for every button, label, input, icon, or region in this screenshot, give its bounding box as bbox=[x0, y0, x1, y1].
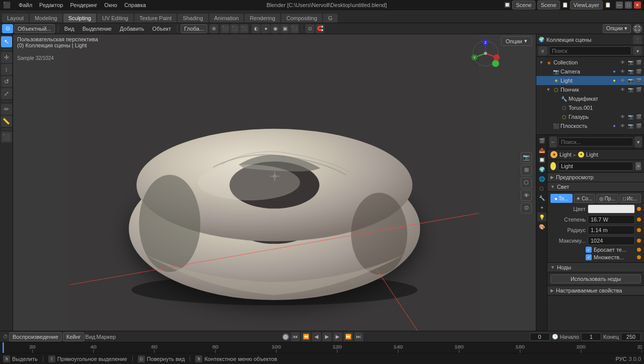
playback-next[interactable]: ⏩ bbox=[344, 332, 353, 341]
zoom-camera-btn[interactable]: 📷 bbox=[521, 152, 532, 163]
props-tab-modifier[interactable]: 🔧 bbox=[537, 193, 546, 202]
glazur-eye[interactable]: 👁 bbox=[619, 113, 626, 120]
add-menu[interactable]: Добавить bbox=[117, 24, 147, 33]
tree-ponchik[interactable]: ▼ ⬡ Пончик 👁 📷 🎬 bbox=[536, 85, 644, 94]
fullscreen-btn[interactable]: ⛶ bbox=[633, 24, 642, 33]
timeline-scrubber[interactable]: 20 40 60 80 100 120 140 160 180 200 220 bbox=[0, 342, 644, 353]
color-value[interactable] bbox=[588, 204, 635, 213]
playback-next-keyframe[interactable]: ▶ bbox=[333, 332, 342, 341]
viewport-overlays-btn[interactable]: 👁 bbox=[521, 190, 532, 201]
ploskost-type[interactable]: ● bbox=[611, 122, 618, 129]
overlay-btn-3[interactable]: ⬛ bbox=[239, 24, 249, 33]
tool-scale[interactable]: ⤢ bbox=[1, 88, 12, 99]
tool-select[interactable]: ↖ bbox=[1, 36, 12, 47]
tool-measure[interactable]: 📏 bbox=[1, 116, 12, 127]
tab-modeling[interactable]: Modeling bbox=[30, 14, 62, 23]
frame-end[interactable] bbox=[621, 333, 641, 341]
tool-rotate[interactable]: ↺ bbox=[1, 76, 12, 87]
engine-selector[interactable]: Scene bbox=[512, 1, 535, 10]
tab-uv-editing[interactable]: UV Editing bbox=[97, 14, 133, 23]
collection-viewport[interactable]: 📷 bbox=[627, 59, 634, 66]
object-menu[interactable]: Объект bbox=[149, 24, 174, 33]
type-spot[interactable]: ◎ Пр... bbox=[596, 194, 618, 203]
options-btn[interactable]: Опции ▾ bbox=[603, 24, 631, 33]
light-name-clear[interactable]: ✕ bbox=[635, 162, 641, 170]
glazur-vp[interactable]: 📷 bbox=[627, 113, 634, 120]
view-menu[interactable]: Вид bbox=[61, 24, 77, 33]
playback-prev-keyframe[interactable]: ◀ bbox=[312, 332, 321, 341]
camera-render[interactable]: 🎬 bbox=[635, 68, 642, 75]
tool-annotate[interactable]: ✏ bbox=[1, 104, 12, 115]
viewport-display-btn[interactable]: ⊞ bbox=[521, 165, 532, 176]
ploskost-render[interactable]: 🎬 bbox=[635, 122, 642, 129]
type-point[interactable]: ● То... bbox=[550, 194, 573, 203]
props-tab-data[interactable]: 💡 bbox=[537, 212, 546, 222]
props-back-btn[interactable]: ← bbox=[549, 136, 557, 148]
tab-animation[interactable]: Animation bbox=[209, 14, 244, 23]
tool-move[interactable]: ↕ bbox=[1, 64, 12, 75]
cast-shadow-checkbox[interactable]: ✓ bbox=[586, 247, 592, 253]
tab-rendering[interactable]: Rendering bbox=[245, 14, 280, 23]
tab-g[interactable]: G bbox=[323, 14, 338, 23]
viewport-options-btn[interactable]: Опции ▾ bbox=[501, 36, 532, 46]
camera-visibility[interactable]: ● bbox=[611, 68, 618, 75]
tree-modificat[interactable]: 🔧 Модификат bbox=[536, 94, 644, 103]
outliner-sort-btn[interactable]: ▾ bbox=[633, 46, 642, 55]
proportional-btn[interactable]: ⊙ bbox=[305, 24, 314, 33]
radius-value[interactable]: 1.14 m bbox=[588, 226, 635, 235]
light-vp[interactable]: 📷 bbox=[627, 77, 634, 84]
ponchik-eye[interactable]: 👁 bbox=[619, 86, 626, 93]
tree-collection-root[interactable]: ▼ ■ Collection 👁 📷 🎬 bbox=[536, 58, 644, 67]
props-tab-particles[interactable]: ✦ bbox=[537, 203, 546, 212]
shading-btn-3[interactable]: ◉ bbox=[271, 24, 280, 33]
scene-selector[interactable]: Scene bbox=[537, 1, 560, 10]
snap-toggle[interactable]: 🧲 bbox=[315, 24, 325, 33]
play-dropdown[interactable]: Воспроизведение bbox=[9, 332, 62, 341]
power-value[interactable]: 16.7 W bbox=[588, 215, 635, 224]
props-tab-world[interactable]: 🌐 bbox=[537, 174, 546, 183]
props-tab-scene[interactable]: 🌍 bbox=[537, 165, 546, 174]
tree-torus001[interactable]: ⬡ Torus.001 bbox=[536, 103, 644, 112]
viewport-gizmo-btn[interactable]: ⬡ bbox=[521, 177, 532, 188]
menu-window[interactable]: Окно bbox=[101, 2, 120, 9]
shading-btn-5[interactable]: ⬛ bbox=[290, 24, 299, 33]
tab-shading[interactable]: Shading bbox=[178, 14, 208, 23]
multi-scatter-checkbox[interactable]: ✓ bbox=[586, 254, 592, 260]
frame-current[interactable] bbox=[530, 333, 550, 341]
playback-play[interactable]: ▶ bbox=[323, 332, 332, 341]
light-section-header[interactable]: ▼ Свет bbox=[547, 182, 644, 192]
tab-layout[interactable]: Layout bbox=[2, 14, 29, 23]
collection-render[interactable]: 🎬 bbox=[635, 59, 642, 66]
viewport[interactable]: Пользовательская перспектива (0) Коллекц… bbox=[13, 34, 536, 331]
viewlayer-selector[interactable]: ViewLayer bbox=[570, 1, 603, 10]
menu-edit[interactable]: Редактор bbox=[36, 2, 66, 9]
marker-label[interactable]: Маркер bbox=[96, 334, 116, 340]
tab-texture-paint[interactable]: Texture Paint bbox=[134, 14, 177, 23]
shading-btn-4[interactable]: ▣ bbox=[280, 24, 289, 33]
outliner-filter-btn[interactable]: ≡ bbox=[538, 46, 547, 55]
props-tab-object[interactable]: ⬡ bbox=[537, 184, 546, 193]
props-tab-output[interactable]: 📤 bbox=[537, 145, 546, 155]
type-sun[interactable]: ☀ Со... bbox=[574, 194, 596, 203]
props-tab-view[interactable]: 🔲 bbox=[537, 155, 546, 164]
custom-header[interactable]: ▶ Настраиваемые свойства bbox=[547, 286, 644, 296]
nodes-header[interactable]: ▼ Ноды bbox=[547, 263, 644, 272]
overlay-btn-2[interactable]: ⬛ bbox=[230, 24, 239, 33]
light-name-input[interactable] bbox=[558, 162, 633, 171]
maximize-button[interactable]: □ bbox=[625, 2, 632, 9]
preview-header[interactable]: ▶ Предпросмотр bbox=[547, 173, 644, 182]
playback-end[interactable]: ⏭ bbox=[354, 332, 363, 341]
select-menu[interactable]: Выделение bbox=[79, 24, 115, 33]
menu-file[interactable]: Файл bbox=[16, 2, 35, 9]
close-button[interactable]: ✕ bbox=[634, 2, 641, 9]
playback-record[interactable]: ⬤ bbox=[282, 333, 289, 340]
shading-btn-1[interactable]: ◐ bbox=[252, 24, 261, 33]
tab-sculpting[interactable]: Sculpting bbox=[63, 14, 96, 23]
tree-camera[interactable]: 📷 Camera ● 👁 📷 🎬 bbox=[536, 67, 644, 76]
ponchik-vp[interactable]: 📷 bbox=[627, 86, 634, 93]
use-nodes-btn[interactable]: Использовать ноды bbox=[550, 274, 641, 283]
keying-dropdown[interactable]: Кейнг bbox=[63, 332, 85, 341]
max-value[interactable]: 1024 bbox=[588, 236, 635, 245]
menu-render[interactable]: Рендеринг bbox=[67, 2, 100, 9]
view-label[interactable]: Вид bbox=[86, 334, 96, 340]
